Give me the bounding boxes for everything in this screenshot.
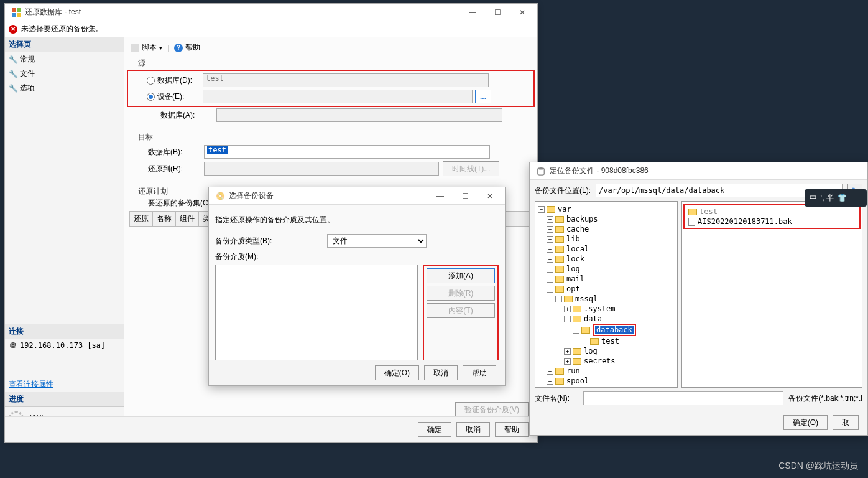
expand-icon[interactable]: + [547,266,553,273]
filename-label: 文件名(N): [535,393,578,404]
tree-node[interactable]: −databack [537,324,676,336]
expand-icon[interactable]: + [547,276,553,283]
timeline-button[interactable]: 时间线(T)... [443,161,499,176]
nav-general[interactable]: 🔧常规 [5,52,124,67]
expand-icon[interactable]: + [564,306,571,312]
tree-node[interactable]: −mssql [537,294,676,304]
expand-icon[interactable]: + [547,216,553,223]
minimize-button[interactable]: — [460,4,485,21]
tree-node[interactable]: −var [537,204,676,214]
footer-help-button[interactable]: 帮助 [495,422,529,437]
dlg2-maximize[interactable]: ☐ [453,187,478,205]
folder-icon [573,306,581,312]
dlg2-ok[interactable]: 确定(O) [375,365,419,380]
filename-input[interactable] [583,391,783,405]
expand-icon[interactable]: + [564,348,571,355]
wrench-icon: 🔧 [9,55,17,64]
tree-node[interactable]: +secrets [537,356,676,366]
tree-node[interactable]: −opt [537,284,676,294]
folder-icon [547,206,555,213]
contents-button[interactable]: 内容(T) [427,303,495,318]
media-listbox[interactable] [215,265,418,364]
collapse-icon[interactable]: − [538,206,545,213]
collapse-icon[interactable]: − [564,316,571,322]
connection-header: 连接 [5,324,124,339]
expand-icon[interactable]: + [547,378,553,385]
expand-icon[interactable]: + [547,256,553,263]
ok-button[interactable]: 确定 [418,422,451,437]
maximize-button[interactable]: ☐ [485,4,510,21]
tree-node[interactable]: −data [537,314,676,324]
expand-icon[interactable]: + [547,226,553,233]
tree-node[interactable]: +local [537,244,676,254]
tree-node[interactable]: +log [537,346,676,356]
folder-icon [564,296,573,302]
verify-media-button[interactable]: 验证备份介质(V) [455,402,529,417]
browse-device-button[interactable]: ... [475,90,491,103]
tree-node[interactable]: +run [537,366,676,376]
source-device-text [203,90,473,103]
titlebar: 还原数据库 - test — ☐ ✕ [5,4,537,21]
folder-icon [688,209,697,215]
folder-icon [555,388,564,388]
tree-node[interactable]: test [537,336,676,346]
add-button[interactable]: 添加(A) [427,268,495,283]
dlg3-ok[interactable]: 确定(O) [783,415,828,430]
dlg2-instruction: 指定还原操作的备份介质及其位置。 [215,211,499,233]
radio-icon [147,77,155,85]
collapse-icon[interactable]: − [555,296,562,302]
target-db-select[interactable]: test [204,145,490,159]
folder-tree[interactable]: −var+backups+cache+lib+local+lock+log+ma… [535,201,678,388]
folder-icon [581,327,590,334]
location-label: 备份文件位置(L): [535,185,591,196]
column-header[interactable]: 还原 [130,212,153,226]
radio-source-device[interactable]: 设备(E): [128,91,203,102]
media-type-label: 备份介质类型(B): [215,236,327,246]
radio-source-database[interactable]: 数据库(D): [128,75,203,86]
nav-files[interactable]: 🔧文件 [5,67,124,81]
nav-options[interactable]: 🔧选项 [5,81,124,95]
media-label: 备份介质(M): [215,249,499,265]
close-button[interactable]: ✕ [510,4,535,21]
view-connection-props-link[interactable]: 查看连接属性 [5,377,124,392]
media-type-select[interactable]: 文件 [327,234,427,248]
tree-node[interactable]: +tmp [537,386,676,388]
expand-icon[interactable]: + [547,236,553,243]
tree-node[interactable]: +log [537,264,676,274]
help-button[interactable]: ?帮助 [174,42,200,53]
cancel-button[interactable]: 取消 [456,422,490,437]
column-header[interactable]: 名称 [153,212,176,226]
collapse-icon[interactable]: − [573,327,579,334]
expand-icon[interactable]: + [547,368,553,375]
tree-node[interactable]: +backups [537,214,676,224]
expand-icon[interactable]: + [547,246,553,253]
script-icon [131,44,139,52]
remove-button[interactable]: 删除(R) [427,286,495,301]
tree-node[interactable]: +cache [537,224,676,234]
dlg3-cancel[interactable]: 取 [833,415,859,430]
tree-node[interactable]: +.system [537,304,676,314]
tree-node[interactable]: +lock [537,254,676,264]
dlg2-help[interactable]: 帮助 [463,365,496,380]
dlg3-titlebar: 定位备份文件 - 908d08fbc386 [530,162,867,180]
file-list[interactable]: test AIS20220120183711.bak [681,201,862,388]
tree-node[interactable]: +spool [537,376,676,386]
dlg2-close[interactable]: ✕ [478,187,502,205]
folder-icon [573,358,581,365]
expand-icon[interactable]: + [564,358,571,365]
source-label: 源 [129,55,532,70]
script-button[interactable]: 脚本▾ [131,42,162,53]
backup-file-item[interactable]: AIS20220120183711.bak [686,217,858,227]
tree-node[interactable]: +mail [537,274,676,284]
error-icon: ✕ [9,25,17,34]
tree-node[interactable]: +lib [537,234,676,244]
target-label: 目标 [129,129,532,144]
dlg2-cancel[interactable]: 取消 [424,365,458,380]
collapse-icon[interactable]: − [547,286,553,293]
dlg2-minimize[interactable]: — [428,187,453,205]
expand-icon[interactable]: + [547,388,553,388]
folder-icon [555,236,564,243]
folder-icon [555,246,564,253]
svg-rect-0 [12,8,16,12]
column-header[interactable]: 组件 [176,212,199,226]
